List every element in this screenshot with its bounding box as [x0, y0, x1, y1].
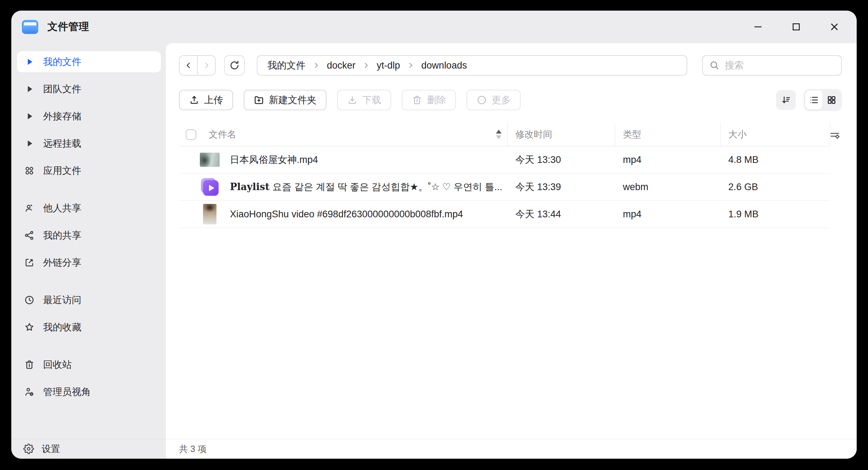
sidebar-item-remote-mount[interactable]: 远程挂载	[17, 133, 161, 154]
sort-descending-icon	[496, 135, 502, 139]
sidebar-item-label: 远程挂载	[43, 137, 81, 150]
maximize-icon	[791, 22, 802, 32]
maximize-button[interactable]	[788, 19, 804, 35]
sidebar-item-shared-by-others[interactable]: 他人共享	[17, 198, 161, 219]
refresh-icon	[229, 60, 240, 71]
sidebar-group-admin: 回收站 管理员视角	[17, 354, 161, 403]
thumbnail-slot	[200, 153, 220, 167]
sidebar-item-label: 管理员视角	[43, 386, 91, 398]
column-settings-icon	[829, 129, 840, 141]
breadcrumb-item[interactable]: downloads	[421, 60, 467, 71]
main-content: 我的文件 docker yt-dlp downloads	[166, 43, 857, 459]
app-grid-icon	[23, 165, 35, 177]
download-button[interactable]: 下载	[337, 90, 391, 110]
sidebar-item-my-files[interactable]: 我的文件	[17, 51, 161, 72]
sidebar-item-label: 最近访问	[43, 294, 81, 306]
sidebar-item-admin-view[interactable]: 管理员视角	[17, 381, 161, 403]
sidebar-item-label: 外链分享	[43, 256, 81, 269]
sidebar-group-recent: 最近访问 我的收藏	[17, 289, 161, 338]
column-header-modified[interactable]: 修改时间	[507, 123, 615, 146]
modified-cell: 今天 13:44	[508, 208, 615, 221]
more-button-label: 更多	[492, 94, 511, 106]
sidebar-item-label: 应用文件	[43, 164, 81, 177]
sort-ascending-icon	[496, 130, 502, 134]
modified-cell: 今天 13:30	[508, 153, 615, 166]
sidebar-item-label: 我的共享	[43, 229, 81, 242]
type-cell: mp4	[615, 209, 721, 220]
item-count: 共 3 项	[179, 443, 207, 455]
close-icon	[829, 22, 840, 32]
forward-button[interactable]	[198, 56, 215, 75]
close-button[interactable]	[826, 19, 843, 35]
column-header-type[interactable]: 类型	[615, 123, 720, 146]
breadcrumb: 我的文件 docker yt-dlp downloads	[257, 55, 687, 76]
gear-icon	[23, 443, 35, 455]
back-button[interactable]	[180, 56, 198, 75]
column-header-size-label: 大小	[728, 128, 747, 141]
file-name-text: 요즘 같은 계절 딱 좋은 감성힙합★。˚☆ ♡ 우연히 틀...	[272, 182, 502, 192]
more-button[interactable]: 更多	[467, 90, 521, 110]
sidebar-item-recycle-bin[interactable]: 回收站	[17, 354, 161, 375]
breadcrumb-separator-icon	[407, 62, 414, 69]
sidebar-item-team-files[interactable]: 团队文件	[17, 78, 161, 100]
upload-button[interactable]: 上传	[179, 90, 233, 110]
sidebar-group-sharing: 他人共享 我的共享 外链分享	[17, 198, 161, 273]
file-name-text: 日本风俗屋女神.mp4	[230, 154, 318, 165]
view-mode-toggle	[804, 89, 842, 111]
app-folder-icon	[22, 20, 38, 34]
app-title: 文件管理	[47, 20, 89, 34]
delete-button-label: 删除	[427, 94, 446, 106]
breadcrumb-item[interactable]: 我的文件	[267, 59, 306, 72]
sidebar-item-external-storage[interactable]: 外接存储	[17, 106, 161, 127]
sidebar-item-label: 我的收藏	[43, 321, 81, 334]
download-button-label: 下载	[362, 94, 381, 106]
sidebar-group-storage: 我的文件 团队文件 外接存储	[17, 51, 161, 181]
minimize-button[interactable]	[750, 19, 766, 35]
column-header-type-label: 类型	[623, 128, 641, 141]
search-input[interactable]	[725, 60, 835, 71]
table-header: 文件名 修改时间 类型 大小	[179, 123, 830, 146]
video-portrait-thumbnail	[203, 204, 216, 224]
grid-view-button[interactable]	[823, 90, 840, 110]
thumbnail-slot	[200, 204, 220, 224]
sidebar-item-label: 他人共享	[43, 202, 81, 215]
user-gear-icon	[23, 386, 35, 398]
column-settings-button[interactable]	[828, 128, 842, 142]
column-header-name[interactable]: 文件名	[179, 123, 507, 146]
modified-cell: 今天 13:39	[508, 181, 615, 193]
sidebar-item-my-shares[interactable]: 我的共享	[17, 225, 161, 246]
sidebar-item-external-link-share[interactable]: 外链分享	[17, 252, 161, 273]
status-bar: 共 3 项	[166, 439, 857, 459]
file-name: XiaoHongShu video #698df263000000000b008…	[230, 209, 463, 220]
sidebar-item-favorites[interactable]: 我的收藏	[17, 317, 161, 338]
refresh-button[interactable]	[224, 55, 245, 76]
sort-desc-icon	[781, 95, 791, 105]
delete-button[interactable]: 删除	[402, 90, 456, 110]
upload-button-label: 上传	[204, 94, 223, 106]
file-manager-window: 文件管理 我的文件	[11, 11, 857, 459]
column-header-modified-label: 修改时间	[515, 128, 552, 141]
new-folder-button[interactable]: 新建文件夹	[244, 90, 326, 110]
list-view-button[interactable]	[805, 90, 823, 110]
search-icon	[709, 60, 720, 71]
breadcrumb-item[interactable]: docker	[327, 60, 355, 71]
caret-right-icon	[23, 56, 35, 68]
column-header-name-label: 文件名	[209, 128, 236, 141]
toolbar: 上传 新建文件夹 下载	[179, 90, 842, 110]
sort-order-button[interactable]	[776, 90, 796, 110]
star-icon	[23, 321, 35, 333]
table-row[interactable]: Playlist요즘 같은 계절 딱 좋은 감성힙합★。˚☆ ♡ 우연히 틀..…	[179, 174, 830, 201]
sidebar-item-label: 团队文件	[43, 83, 81, 95]
trash-icon	[23, 359, 35, 371]
sidebar-item-recent[interactable]: 最近访问	[17, 289, 161, 311]
sort-indicator[interactable]	[496, 130, 502, 139]
sidebar-item-app-files[interactable]: 应用文件	[17, 160, 161, 181]
select-all-checkbox[interactable]	[186, 129, 196, 140]
table-row[interactable]: XiaoHongShu video #698df263000000000b008…	[179, 201, 830, 228]
sidebar-item-label: 回收站	[43, 358, 72, 371]
settings-button[interactable]: 设置	[42, 443, 60, 455]
table-row[interactable]: 日本风俗屋女神.mp4 今天 13:30 mp4 4.8 MB	[179, 146, 830, 174]
breadcrumb-separator-icon	[313, 62, 320, 69]
breadcrumb-item[interactable]: yt-dlp	[377, 60, 400, 71]
column-header-size[interactable]: 大小	[720, 123, 830, 146]
